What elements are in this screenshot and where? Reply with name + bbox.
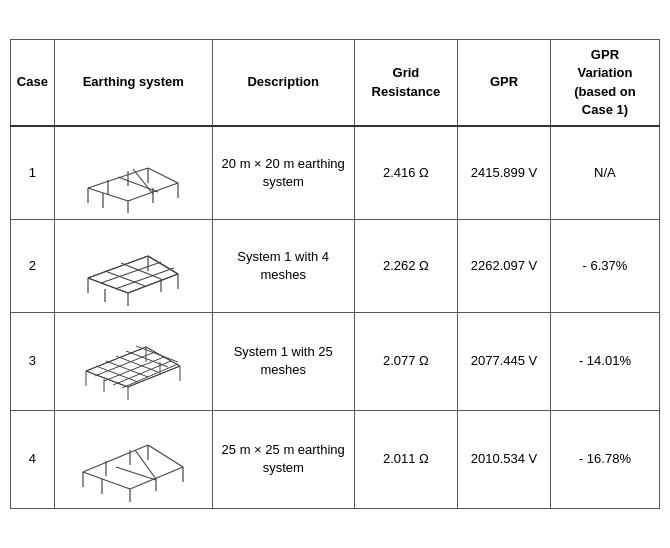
- earthing-system-image: [54, 126, 212, 220]
- case-number: 2: [11, 219, 55, 312]
- header-row: Case Earthing system Description GridRes…: [11, 40, 660, 126]
- grid-svg-4: [78, 417, 188, 502]
- variation-cell: - 16.78%: [550, 410, 659, 508]
- svg-line-22: [88, 256, 148, 278]
- grid-resistance-cell: 2.077 Ω: [354, 312, 458, 410]
- grid-diagram-1: [59, 133, 208, 213]
- header-case: Case: [11, 40, 55, 126]
- grid-diagram-4: [59, 417, 208, 502]
- header-earthing: Earthing system: [54, 40, 212, 126]
- table-row: 4: [11, 410, 660, 508]
- svg-line-2: [148, 168, 178, 183]
- header-grid-resistance: GridResistance: [354, 40, 458, 126]
- svg-line-48: [128, 366, 180, 387]
- svg-line-55: [83, 445, 148, 472]
- earthing-system-image: [54, 312, 212, 410]
- grid-resistance-cell: 2.011 Ω: [354, 410, 458, 508]
- gpr-cell: 2077.445 V: [458, 312, 551, 410]
- main-table-wrapper: Case Earthing system Description GridRes…: [10, 39, 660, 509]
- case-number: 4: [11, 410, 55, 508]
- grid-svg-3: [78, 319, 188, 404]
- grid-svg-1: [78, 133, 188, 213]
- grid-diagram-2: [59, 226, 208, 306]
- svg-line-39: [116, 356, 158, 372]
- svg-line-47: [122, 364, 178, 388]
- svg-line-20: [121, 263, 161, 279]
- grid-resistance-cell: 2.416 Ω: [354, 126, 458, 220]
- svg-line-42: [146, 347, 180, 366]
- svg-line-59: [116, 467, 156, 480]
- description-cell: 25 m × 25 m earthing system: [212, 410, 354, 508]
- description-cell: System 1 with 4 meshes: [212, 219, 354, 312]
- gpr-cell: 2415.899 V: [458, 126, 551, 220]
- variation-cell: N/A: [550, 126, 659, 220]
- variation-cell: - 6.37%: [550, 219, 659, 312]
- gpr-cell: 2262.097 V: [458, 219, 551, 312]
- grid-diagram-3: [59, 319, 208, 404]
- svg-line-4: [118, 177, 158, 192]
- header-variation: GPRVariation(based onCase 1): [550, 40, 659, 126]
- svg-line-37: [96, 366, 138, 382]
- grid-resistance-cell: 2.262 Ω: [354, 219, 458, 312]
- table-row: 1: [11, 126, 660, 220]
- grid-svg-2: [78, 226, 188, 306]
- earthing-system-image: [54, 410, 212, 508]
- svg-line-57: [148, 445, 183, 467]
- case-number: 1: [11, 126, 55, 220]
- description-cell: System 1 with 25 meshes: [212, 312, 354, 410]
- gpr-cell: 2010.534 V: [458, 410, 551, 508]
- case-number: 3: [11, 312, 55, 410]
- table-row: 3: [11, 312, 660, 410]
- svg-line-19: [105, 271, 145, 286]
- earthing-system-image: [54, 219, 212, 312]
- svg-line-5: [133, 169, 153, 194]
- variation-cell: - 14.01%: [550, 312, 659, 410]
- svg-line-25: [128, 274, 178, 293]
- header-gpr: GPR: [458, 40, 551, 126]
- header-description: Description: [212, 40, 354, 126]
- table-row: 2: [11, 219, 660, 312]
- description-cell: 20 m × 20 m earthing system: [212, 126, 354, 220]
- data-table: Case Earthing system Description GridRes…: [10, 39, 660, 509]
